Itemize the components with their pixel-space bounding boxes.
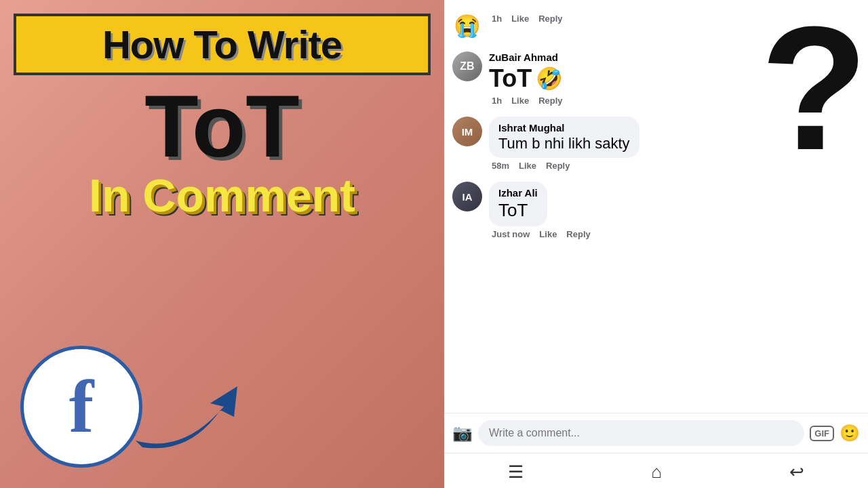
facebook-logo-wrap: f bbox=[20, 346, 142, 468]
comment-input[interactable] bbox=[478, 420, 804, 446]
comment-bubble: Ishrat Mughal Tum b nhi likh sakty bbox=[489, 117, 639, 158]
comment-meta: 58m Like Reply bbox=[489, 161, 860, 171]
comment-tot-text: ToT bbox=[489, 64, 532, 93]
menu-icon[interactable]: ☰ bbox=[508, 462, 524, 483]
avatar: IA bbox=[452, 182, 482, 211]
comment-row: IA Izhar Ali ToT Just now Like Reply bbox=[444, 176, 868, 245]
like-button[interactable]: Like bbox=[539, 229, 557, 239]
comment-text: Tum b nhi likh sakty bbox=[498, 135, 630, 152]
facebook-f-letter: f bbox=[69, 369, 94, 444]
comment-time: 58m bbox=[492, 161, 509, 171]
left-panel: How To Write ToT In Comment f bbox=[0, 0, 444, 488]
comment-name: Izhar Ali bbox=[498, 187, 538, 199]
comment-content: ZuBair Ahmad ToT 🤣 1h Like Reply bbox=[489, 52, 860, 106]
comment-content: Ishrat Mughal Tum b nhi likh sakty 58m L… bbox=[489, 117, 860, 171]
gif-button[interactable]: GIF bbox=[810, 426, 834, 441]
comment-time: 1h bbox=[492, 96, 502, 106]
bottom-nav: ☰ ⌂ ↩ bbox=[444, 453, 868, 488]
right-panel: ? 😭 1h Like Reply ZB ZuBair Ahmad ToT 🤣 bbox=[444, 0, 868, 488]
in-comment-text: In Comment bbox=[89, 170, 355, 221]
comment-meta: 1h Like Reply bbox=[489, 96, 860, 106]
emoji-button[interactable]: 🙂 bbox=[840, 424, 860, 443]
comment-row: ZB ZuBair Ahmad ToT 🤣 1h Like Reply bbox=[444, 46, 868, 111]
like-button[interactable]: Like bbox=[519, 161, 536, 171]
comment-bubble: Izhar Ali ToT bbox=[489, 182, 547, 226]
avatar: ZB bbox=[452, 52, 482, 81]
comment-time: 1h bbox=[492, 14, 502, 24]
avatar: IM bbox=[452, 117, 482, 146]
comment-meta: Just now Like Reply bbox=[489, 229, 860, 239]
comment-time: Just now bbox=[492, 229, 530, 239]
reply-button[interactable]: Reply bbox=[538, 14, 562, 24]
comment-meta: 1h Like Reply bbox=[489, 14, 860, 24]
title-banner: How To Write bbox=[14, 14, 431, 75]
comment-content: Izhar Ali ToT Just now Like Reply bbox=[489, 182, 860, 239]
comment-text: ToT bbox=[498, 200, 538, 221]
reply-button[interactable]: Reply bbox=[538, 96, 562, 106]
tot-heading: ToT bbox=[144, 82, 300, 170]
arrow-graphic bbox=[129, 366, 264, 447]
reply-button[interactable]: Reply bbox=[566, 229, 590, 239]
comment-name: ZuBair Ahmad bbox=[489, 52, 860, 63]
avatar: 😭 bbox=[452, 11, 482, 41]
camera-icon[interactable]: 📷 bbox=[452, 424, 473, 443]
comment-content: 1h Like Reply bbox=[489, 11, 860, 24]
like-button[interactable]: Like bbox=[511, 96, 529, 106]
home-icon[interactable]: ⌂ bbox=[651, 462, 662, 483]
like-button[interactable]: Like bbox=[511, 14, 529, 24]
comment-name: Ishrat Mughal bbox=[498, 122, 630, 134]
comment-emoji: 🤣 bbox=[536, 66, 563, 92]
comments-area: 😭 1h Like Reply ZB ZuBair Ahmad ToT 🤣 1h bbox=[444, 0, 868, 413]
comment-input-bar: 📷 GIF 🙂 bbox=[444, 413, 868, 453]
comment-row: IM Ishrat Mughal Tum b nhi likh sakty 58… bbox=[444, 111, 868, 176]
reply-button[interactable]: Reply bbox=[546, 161, 570, 171]
title-text: How To Write bbox=[102, 22, 342, 66]
facebook-circle: f bbox=[20, 346, 142, 468]
back-icon[interactable]: ↩ bbox=[789, 462, 804, 483]
comment-row: 😭 1h Like Reply bbox=[444, 5, 868, 46]
